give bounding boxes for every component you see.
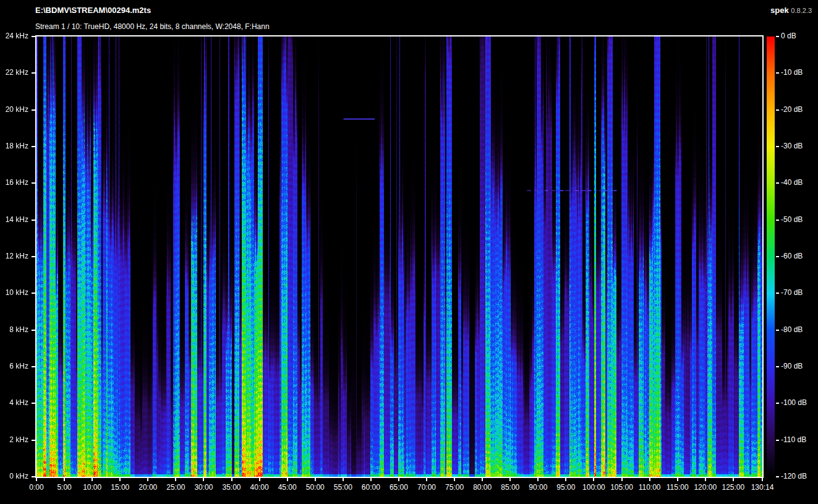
time-tick [537, 478, 539, 481]
freq-tick [32, 440, 35, 441]
db-tick [776, 109, 779, 111]
db-tick-label: -100 dB [781, 398, 816, 407]
freq-tick [32, 476, 35, 477]
time-tick [203, 478, 204, 481]
db-tick-label: -30 dB [781, 142, 816, 150]
db-tick [776, 72, 779, 74]
db-tick [776, 36, 779, 37]
time-tick [119, 478, 121, 481]
db-tick-label: -50 dB [781, 215, 816, 224]
db-tick-label: -90 dB [781, 362, 816, 370]
freq-tick [32, 220, 35, 221]
file-path-title: E:\BDMV\STREAM\00294.m2ts [35, 6, 151, 15]
db-tick [776, 366, 779, 367]
db-tick-label: -120 dB [781, 472, 816, 481]
freq-tick [32, 330, 35, 331]
db-tick [776, 293, 779, 294]
db-tick [776, 256, 779, 257]
db-tick-label: -40 dB [781, 178, 816, 187]
freq-tick [32, 109, 35, 111]
time-tick [147, 478, 148, 481]
db-tick-label: -20 dB [781, 105, 816, 114]
time-tick [36, 478, 37, 481]
time-tick [64, 478, 65, 481]
time-tick [762, 478, 763, 481]
freq-tick-label: 22 kHz [0, 68, 28, 77]
db-tick [776, 182, 779, 184]
spek-window: E:\BDMV\STREAM\00294.m2ts spek 0.8.2.3 S… [0, 0, 818, 504]
db-tick-label: -60 dB [781, 252, 816, 260]
freq-tick-label: 20 kHz [0, 105, 28, 114]
time-tick [92, 478, 93, 481]
time-tick [705, 478, 706, 481]
plot-frame [35, 35, 764, 478]
time-tick [175, 478, 176, 481]
freq-tick [32, 36, 35, 37]
time-tick [259, 478, 260, 481]
freq-tick-label: 0 kHz [0, 472, 28, 481]
time-tick [565, 478, 566, 481]
db-tick-label: -110 dB [781, 435, 816, 444]
freq-tick [32, 182, 35, 184]
stream-info: Stream 1 / 10: TrueHD, 48000 Hz, 24 bits… [35, 22, 270, 31]
time-tick [454, 478, 455, 481]
app-version-badge: spek 0.8.2.3 [770, 6, 812, 15]
freq-tick-label: 6 kHz [0, 362, 28, 370]
freq-tick-label: 4 kHz [0, 398, 28, 407]
time-tick [370, 478, 372, 481]
app-name: spek [770, 6, 789, 15]
time-tick [287, 478, 288, 481]
freq-tick [32, 72, 35, 74]
freq-tick [32, 146, 35, 147]
app-version: 0.8.2.3 [791, 7, 812, 14]
time-tick [649, 478, 650, 481]
freq-tick-label: 10 kHz [0, 288, 28, 297]
legend-gradient-bar [767, 36, 775, 477]
time-tick [426, 478, 427, 481]
freq-tick-label: 16 kHz [0, 178, 28, 187]
time-tick [593, 478, 594, 481]
time-tick-label: 130:14 [744, 483, 781, 492]
time-tick [343, 478, 344, 481]
db-tick [776, 403, 779, 404]
db-tick [776, 440, 779, 441]
db-tick-label: -80 dB [781, 325, 816, 334]
time-tick [315, 478, 316, 481]
db-tick [776, 476, 779, 477]
freq-tick-label: 8 kHz [0, 325, 28, 334]
freq-tick [32, 293, 35, 294]
freq-tick-label: 14 kHz [0, 215, 28, 224]
freq-tick [32, 403, 35, 404]
db-tick [776, 330, 779, 331]
time-tick [677, 478, 678, 481]
freq-tick-label: 12 kHz [0, 252, 28, 260]
freq-tick [32, 256, 35, 257]
time-tick [621, 478, 623, 481]
time-tick [482, 478, 483, 481]
db-tick-label: -10 dB [781, 68, 816, 77]
db-tick-label: -70 dB [781, 288, 816, 297]
freq-tick-label: 2 kHz [0, 435, 28, 444]
freq-tick-label: 18 kHz [0, 142, 28, 150]
time-tick [398, 478, 399, 481]
db-tick [776, 146, 779, 147]
db-tick [776, 220, 779, 221]
time-tick [509, 478, 511, 481]
freq-tick [32, 366, 35, 367]
spectrogram-canvas [36, 36, 762, 477]
freq-tick-label: 24 kHz [0, 32, 28, 40]
time-tick [733, 478, 734, 481]
db-tick-label: 0 dB [781, 32, 816, 40]
time-tick [231, 478, 232, 481]
